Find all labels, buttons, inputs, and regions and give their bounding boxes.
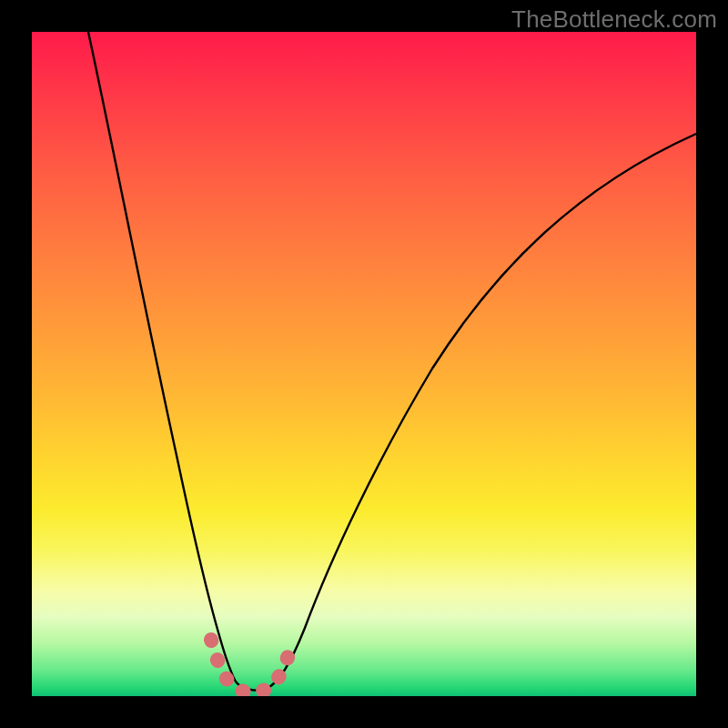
plot-area bbox=[32, 32, 696, 696]
bottleneck-curve-path bbox=[88, 32, 696, 691]
chart-frame: TheBottleneck.com bbox=[0, 0, 728, 728]
curve-svg bbox=[32, 32, 696, 696]
watermark-text: TheBottleneck.com bbox=[511, 5, 717, 34]
